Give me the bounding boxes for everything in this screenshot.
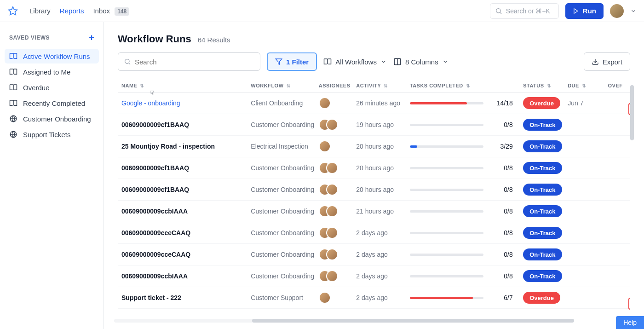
user-avatar[interactable] [610,4,624,18]
cell-name[interactable]: 25 Mountjoy Road - inspection [118,143,251,150]
sidebar-item-label: Customer Onboarding [23,115,91,123]
table-row[interactable]: 00609000009cceCAAQCustomer Onboarding2 d… [118,244,630,266]
table-row[interactable]: 00609000009ccbIAAACustomer Onboarding21 … [118,201,630,222]
cell-name[interactable]: 00609000009cf1BAAQ [118,121,251,128]
globe-icon [9,130,17,139]
cell-status: Overdue [523,97,568,109]
assignee-avatar[interactable] [326,119,338,131]
columns-dropdown[interactable]: 8 Columns [393,52,448,71]
cell-name[interactable]: 00609000009cf1BAAQ [118,164,251,172]
table-row[interactable]: 25 Mountjoy Road - inspectionElectrical … [118,136,630,157]
assignee-avatar[interactable] [326,162,338,174]
assignee-avatar[interactable] [326,227,338,239]
global-search[interactable]: Search or ⌘+K [490,3,559,19]
book-icon [323,58,332,66]
assignee-avatar[interactable] [319,97,331,109]
th-status[interactable]: STATUS⇅ [523,83,568,88]
nav-library[interactable]: Library [29,7,51,15]
vertical-scrollbar-thumb[interactable] [630,85,634,140]
progress-track [410,145,483,148]
table-row[interactable]: Support ticket - 222Customer Support2 da… [118,287,630,309]
cell-assignees [319,162,356,174]
saved-views-title: SAVED VIEWS [9,35,50,41]
table-row[interactable]: 00609000009cceCAAQCustomer Onboarding2 d… [118,222,630,244]
sidebar-item-label: Support Tickets [23,131,70,139]
assignee-avatar[interactable] [319,140,331,152]
columns-label: 8 Columns [405,58,438,66]
progress-fill [410,145,418,148]
help-button[interactable]: Help [616,316,644,329]
table-row[interactable]: 00609000009cf1BAAQCustomer Onboarding19 … [118,114,630,136]
search-input[interactable] [135,58,254,66]
app-logo[interactable] [7,6,18,17]
assignee-avatar[interactable] [326,184,338,196]
nav-inbox[interactable]: Inbox 148 [93,7,129,15]
cell-activity: 19 hours ago [356,121,409,128]
cell-activity: 2 days ago [356,294,409,301]
th-due[interactable]: DUE⇅ [568,83,608,88]
svg-line-9 [129,63,130,64]
cell-activity: 20 hours ago [356,164,409,172]
cell-name[interactable]: 00609000009cceCAAQ [118,251,251,258]
horizontal-scrollbar-thumb[interactable] [252,319,574,323]
cell-workflow: Customer Support [251,294,318,301]
th-name[interactable]: NAME⇅ [118,83,251,88]
task-count: 14/18 [490,99,513,107]
sidebar-item[interactable]: Overdue [5,80,99,95]
filter-label: 1 Filter [286,58,309,66]
cell-workflow: Customer Onboarding [251,208,318,215]
cell-name[interactable]: 00609000009cf1BAAQ [118,186,251,193]
search-icon [124,58,131,65]
sidebar-item[interactable]: Active Workflow Runs [5,49,99,63]
cell-name[interactable]: Support ticket - 222 [118,294,251,301]
export-button[interactable]: Export [584,52,630,71]
download-icon [592,58,599,65]
sidebar-item[interactable]: Customer Onboarding [5,111,99,126]
th-assignees[interactable]: ASSIGNEES [319,83,356,88]
cell-name[interactable]: 00609000009ccbIAAA [118,272,251,280]
assignee-avatar[interactable] [319,292,331,304]
table-row[interactable]: 00609000009cf1BAAQCustomer Onboarding20 … [118,179,630,201]
svg-line-2 [500,12,501,14]
assignee-avatar[interactable] [326,270,338,282]
assignee-avatar[interactable] [326,205,338,217]
sort-icon: ⇅ [466,83,470,88]
sidebar-item[interactable]: Support Tickets [5,127,99,142]
book-icon [9,99,17,107]
table-row[interactable]: Google - onboardingClient Onboarding26 m… [118,92,630,114]
page-heading: Workflow Runs 64 Results [118,33,630,45]
filter-button[interactable]: 1 Filter [267,52,317,71]
chevron-down-icon[interactable] [630,8,637,14]
nav-reports[interactable]: Reports [60,7,84,15]
th-workflow[interactable]: WORKFLOW⇅ [251,83,318,88]
table-row[interactable]: 00609000009cf1BAAQCustomer Onboarding20 … [118,157,630,179]
cell-name[interactable]: 00609000009ccbIAAA [118,208,251,215]
sort-icon: ⇅ [140,83,144,88]
th-tasks[interactable]: TASKS COMPLETED⇅ [410,83,523,88]
status-badge: On-Track [523,227,562,239]
sidebar-item[interactable]: Recently Completed [5,96,99,110]
th-activity[interactable]: ACTIVITY⇅ [356,83,409,88]
sidebar-item[interactable]: Assigned to Me [5,64,99,79]
main-content: Workflow Runs 64 Results 1 Filter All Wo… [104,22,644,329]
globe-icon [9,115,17,123]
sidebar-item-label: Assigned to Me [23,68,70,76]
sort-icon: ⇅ [582,83,586,88]
add-view-button[interactable]: + [89,33,94,42]
workflows-label: All Workflows [335,58,377,66]
table-row[interactable]: 00609000009ccbIAAACustomer Onboarding2 d… [118,266,630,287]
task-count: 0/8 [490,208,513,215]
workflows-dropdown[interactable]: All Workflows [323,52,387,71]
progress-track [410,232,483,234]
book-icon [9,83,17,92]
progress-fill [410,297,473,299]
horizontal-scrollbar-track[interactable] [114,319,574,323]
run-button[interactable]: Run [565,3,604,19]
search-icon [495,7,502,15]
cell-name[interactable]: Google - onboarding [118,99,251,107]
cell-name[interactable]: 00609000009cceCAAQ [118,229,251,237]
search-box[interactable] [118,52,260,71]
assignee-avatar[interactable] [326,248,338,260]
sidebar-item-label: Recently Completed [23,99,85,107]
cell-status: On-Track [523,140,568,152]
